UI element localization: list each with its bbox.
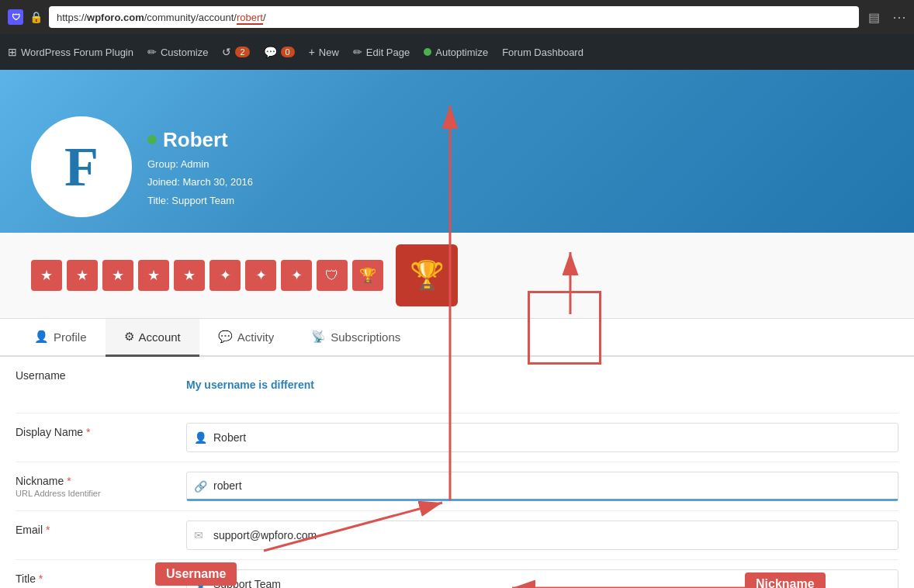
browser-chrome: 🛡 🔒 https://wpforo.com/community/account… <box>0 0 914 34</box>
tabs-row: 👤 Profile ⚙ Account 💬 Activity 📡 Subscri… <box>0 319 914 357</box>
admin-plugin-item[interactable]: ⊞ WordPress Forum Plugin <box>8 46 133 58</box>
profile-title: Title: Support Team <box>147 192 253 209</box>
updates-icon: ↺ <box>222 46 231 58</box>
autoptimize-label: Autoptimize <box>435 47 488 58</box>
plugin-icon: ⊞ <box>8 46 17 58</box>
profile-info: Robert Group: Admin Joined: March 30, 20… <box>147 128 253 217</box>
nickname-label-area: Nickname * URL Address Identifier <box>16 462 186 510</box>
badge-shield: 🛡 <box>317 260 348 291</box>
admin-updates-item[interactable]: ↺ 2 <box>222 46 249 58</box>
activity-tab-label: Activity <box>237 330 275 344</box>
email-row: Email * ✉ <box>16 511 898 560</box>
avatar: F <box>31 116 132 217</box>
email-label: Email * <box>16 511 186 548</box>
badge-star-1: ★ <box>31 260 62 291</box>
account-form: Username My username is different Displa… <box>0 357 914 588</box>
badge-medal-1: ✦ <box>209 260 241 291</box>
display-name-row: Display Name * 👤 <box>16 413 898 462</box>
profile-group: Group: Admin <box>147 155 253 173</box>
online-status-dot <box>147 135 157 144</box>
new-label: New <box>319 47 339 58</box>
badge-trophy-small: 🏆 <box>352 260 383 291</box>
admin-comments-item[interactable]: 💬 0 <box>264 46 295 58</box>
trophy-button[interactable]: 🏆 <box>396 244 458 306</box>
username-different-link[interactable]: My username is different <box>186 366 898 403</box>
profile-meta: Group: Admin Joined: March 30, 2016 Titl… <box>147 155 253 209</box>
tab-subscriptions[interactable]: 📡 Subscriptions <box>293 319 419 357</box>
tab-profile[interactable]: 👤 Profile <box>16 319 106 357</box>
subscriptions-tab-icon: 📡 <box>311 330 326 344</box>
activity-tab-icon: 💬 <box>218 330 233 344</box>
more-options-icon[interactable]: ⋯ <box>892 9 906 26</box>
plus-icon: + <box>309 46 315 58</box>
badge-star-4: ★ <box>138 260 169 291</box>
admin-forum-dashboard-item[interactable]: Forum Dashboard <box>502 47 583 58</box>
tab-activity[interactable]: 💬 Activity <box>199 319 293 357</box>
profile-tab-label: Profile <box>54 330 87 344</box>
reader-icon[interactable]: ▤ <box>868 10 880 25</box>
badges-row: ★ ★ ★ ★ ★ ✦ ✦ ✦ 🛡 🏆 🏆 <box>0 233 914 319</box>
admin-customize-item[interactable]: ✏ Customize <box>147 46 208 58</box>
admin-edit-item[interactable]: ✏ Edit Page <box>353 46 410 58</box>
email-icon: ✉ <box>194 529 203 541</box>
subscriptions-tab-label: Subscriptions <box>331 330 400 344</box>
badge-star-2: ★ <box>67 260 98 291</box>
url-bar[interactable]: https://wpforo.com/community/account/rob… <box>49 6 859 28</box>
green-dot-icon <box>424 48 431 56</box>
nickname-wrapper: 🔗 <box>186 472 898 501</box>
display-name-wrapper: 👤 <box>186 423 898 452</box>
email-wrapper: ✉ <box>186 521 898 550</box>
account-tab-icon: ⚙ <box>124 330 134 344</box>
page-wrapper: F Robert Group: Admin Joined: March 30, … <box>0 70 914 588</box>
email-input-area: ✉ <box>186 511 898 559</box>
username-input-area: My username is different <box>186 357 898 413</box>
username-row: Username My username is different <box>16 357 898 413</box>
comments-badge: 0 <box>281 47 295 57</box>
edit-icon: ✏ <box>353 46 362 58</box>
badge-medal-2: ✦ <box>245 260 276 291</box>
nickname-input[interactable] <box>186 472 898 501</box>
nickname-row: Nickname * URL Address Identifier 🔗 <box>16 462 898 511</box>
shield-icon: 🛡 <box>8 9 23 25</box>
badge-star-5: ★ <box>174 260 205 291</box>
wp-admin-bar: ⊞ WordPress Forum Plugin ✏ Customize ↺ 2… <box>0 34 914 70</box>
nickname-annotation-box: Nickname <box>745 572 826 588</box>
comments-icon: 💬 <box>264 46 277 58</box>
profile-tab-icon: 👤 <box>34 330 49 344</box>
badge-star-3: ★ <box>102 260 133 291</box>
profile-joined: Joined: March 30, 2016 <box>147 173 253 191</box>
admin-new-item[interactable]: + New <box>309 46 339 58</box>
lock-icon: 🔒 <box>29 11 43 23</box>
plugin-label: WordPress Forum Plugin <box>21 47 133 58</box>
profile-username: Robert <box>163 128 228 152</box>
link-icon: 🔗 <box>194 480 207 493</box>
display-name-input[interactable] <box>186 423 898 452</box>
username-label: Username <box>16 357 186 394</box>
nickname-input-area: 🔗 <box>186 462 898 510</box>
profile-header: F Robert Group: Admin Joined: March 30, … <box>0 70 914 233</box>
email-input[interactable] <box>186 521 898 550</box>
forum-dashboard-label: Forum Dashboard <box>502 47 583 58</box>
tab-account[interactable]: ⚙ Account <box>106 319 199 357</box>
admin-autoptimize-item[interactable]: Autoptimize <box>424 47 488 58</box>
url-text: https://wpforo.com/community/account/rob… <box>57 12 266 23</box>
edit-label: Edit Page <box>366 47 410 58</box>
customize-icon: ✏ <box>147 46 157 58</box>
avatar-letter: F <box>64 135 99 199</box>
display-name-label: Display Name * <box>16 413 186 451</box>
profile-name: Robert <box>147 128 253 152</box>
badge-medal-3: ✦ <box>281 260 312 291</box>
updates-badge: 2 <box>235 47 249 57</box>
account-tab-label: Account <box>139 330 181 344</box>
user-icon: 👤 <box>194 431 207 444</box>
display-name-input-area: 👤 <box>186 413 898 462</box>
username-annotation-box: Username <box>155 562 237 586</box>
customize-label: Customize <box>161 47 208 58</box>
